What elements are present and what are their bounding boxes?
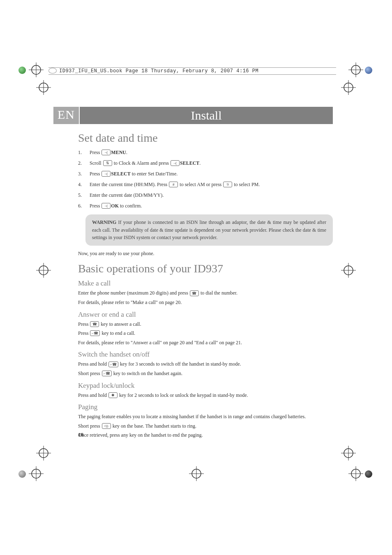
- softkey-icon: −(: [101, 171, 111, 177]
- softkey-icon: −(: [171, 160, 180, 166]
- reg-mark-icon: [341, 80, 356, 95]
- collation-header: ID937_IFU_EN_US.book Page 18 Thursday, F…: [48, 67, 336, 75]
- corner-bead-tl: [18, 67, 26, 74]
- sub-answer: Answer or end a call: [78, 311, 333, 319]
- sub-make-call: Make a call: [78, 279, 333, 288]
- star-key-icon: ✱: [108, 392, 118, 398]
- talk-key-icon: ☎: [90, 321, 99, 327]
- page-key-icon: •)): [102, 423, 111, 429]
- step-5: Enter the current date (DD/MM/YY).: [78, 190, 333, 200]
- make-call-p2: For details, please refer to "Make a cal…: [78, 299, 333, 306]
- step-3: Press −(SELECT to enter Set Date/Time.: [78, 168, 333, 179]
- corner-bead-bl: [18, 470, 26, 478]
- collation-text: ID937_IFU_EN_US.book Page 18 Thursday, F…: [59, 68, 258, 74]
- reg-mark-icon: [348, 466, 363, 481]
- section-basic-ops: Basic operations of your ID937: [78, 262, 333, 275]
- reg-mark-icon: [29, 466, 44, 481]
- keypad-p1: Press and hold ✱ key for 2 seconds to lo…: [78, 391, 333, 399]
- step-2: Scroll ⇅ to Clock & Alarm and press −(SE…: [78, 158, 333, 168]
- language-badge: EN: [53, 107, 79, 124]
- sub-switch: Switch the handset on/off: [78, 350, 333, 359]
- page-content: EN Install Set date and time Press −(MEN…: [78, 107, 333, 441]
- switch-p2: Short press ⌐☎ key to switch on the hand…: [78, 370, 333, 378]
- paging-p3: Once retrieved, press any key on the han…: [78, 431, 333, 439]
- reg-mark-icon: [348, 62, 363, 77]
- softkey-icon: −(: [101, 203, 111, 209]
- step-6: Press −(OK to confirm.: [78, 200, 333, 211]
- sub-keypad: Keypad lock/unlock: [78, 382, 333, 390]
- chapter-title: Install: [80, 107, 333, 124]
- chapter-header: EN Install: [53, 107, 333, 124]
- answer-p1: Press ☎ key to answer a call.: [78, 320, 333, 328]
- reg-mark-icon: [36, 446, 51, 461]
- corner-bead-br: [365, 470, 372, 478]
- reg-mark-icon: [36, 80, 51, 95]
- softkey-icon: −(: [101, 150, 111, 155]
- warning-box: WARNING If your phone is connected to an…: [85, 214, 333, 246]
- paging-p2: Short press •)) key on the base. The han…: [78, 422, 333, 430]
- reg-mark-icon: [341, 263, 356, 278]
- switch-p1: Press and hold ⌐☎ key for 3 seconds to s…: [78, 360, 333, 368]
- ready-text: Now, you are ready to use your phone.: [78, 250, 333, 258]
- hash-key-icon: #: [169, 182, 178, 187]
- answer-p2: Press ⌐☎ key to end a call.: [78, 329, 333, 337]
- end-key-icon: ⌐☎: [90, 330, 100, 336]
- end-key-icon: ⌐☎: [108, 362, 118, 367]
- answer-p3: For details, please refer to "Answer a c…: [78, 339, 333, 347]
- warning-label: WARNING: [92, 219, 116, 225]
- end-key-icon: ⌐☎: [102, 371, 112, 376]
- talk-key-icon: ☎: [190, 290, 199, 296]
- reg-mark-icon: [341, 446, 356, 461]
- paging-p1: The paging feature enables you to locate…: [78, 413, 333, 421]
- steps-list: Press −(MENU. Scroll ⇅ to Clock & Alarm …: [78, 147, 333, 211]
- page-number: 18: [78, 431, 83, 438]
- reg-mark-icon: [36, 263, 51, 278]
- warning-text: If your phone is connected to an ISDN li…: [92, 219, 326, 240]
- corner-bead-tr: [365, 67, 372, 74]
- reg-mark-icon: [29, 62, 44, 77]
- reg-mark-icon: [189, 466, 204, 481]
- nav-icon: ⇅: [103, 160, 112, 166]
- step-4: Enter the current time (HH:MM). Press # …: [78, 179, 333, 190]
- sub-paging: Paging: [78, 403, 333, 411]
- section-set-date-time: Set date and time: [78, 131, 333, 145]
- make-call-p1: Enter the phone number (maximum 20 digit…: [78, 289, 333, 297]
- nine-key-icon: 9: [223, 182, 232, 187]
- step-1: Press −(MENU.: [78, 147, 333, 158]
